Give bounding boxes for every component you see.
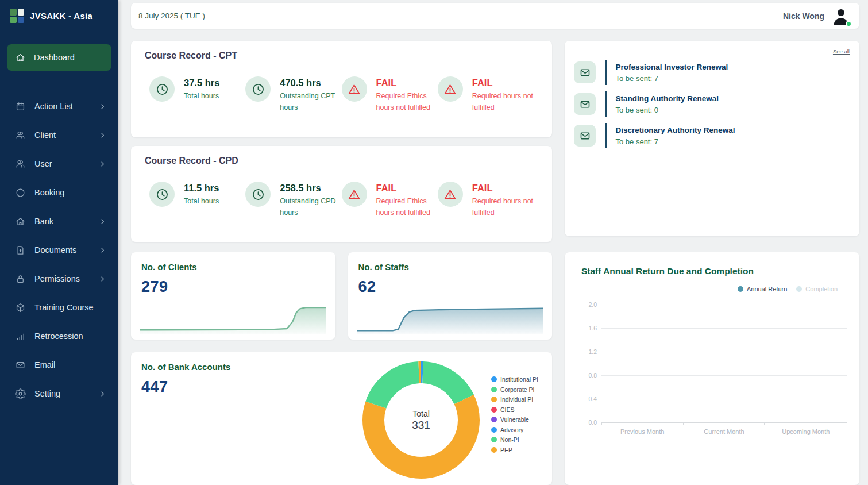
sidebar-item-training-course[interactable]: Training Course bbox=[0, 293, 118, 322]
gear-icon bbox=[15, 388, 26, 399]
clients-icon bbox=[15, 130, 26, 141]
legend-dot bbox=[491, 376, 497, 382]
stat-value: FAIL bbox=[472, 183, 534, 194]
sidebar-item-email[interactable]: Email bbox=[0, 351, 118, 379]
legend-item-advisory[interactable]: Advisory bbox=[491, 426, 538, 433]
sidebar-item-label: User bbox=[34, 159, 52, 168]
package-icon bbox=[15, 302, 26, 313]
stat-value: FAIL bbox=[376, 78, 438, 88]
right-column: See all Professional Investor RenewalTo … bbox=[565, 41, 859, 485]
sidebar-item-label: Action List bbox=[34, 102, 73, 111]
legend-dot bbox=[491, 447, 497, 453]
notification-professional-investor-renewal[interactable]: Professional Investor RenewalTo be sent:… bbox=[574, 60, 850, 85]
bar-chart-x-labels: Previous MonthCurrent MonthUpcoming Mont… bbox=[601, 422, 847, 435]
y-axis-tick: 0.8 bbox=[576, 372, 597, 379]
bar-chart-icon bbox=[15, 331, 26, 342]
sidebar-item-label: Dashboard bbox=[34, 53, 75, 62]
stat-fail-required-hours-not-fulfilled: FAILRequired hours not fulfilled bbox=[438, 76, 534, 113]
no-of-staffs-card: No. of Staffs 62 bbox=[348, 252, 553, 340]
card-title: Course Record - CPD bbox=[145, 156, 538, 166]
gridline bbox=[601, 352, 847, 352]
circle-icon bbox=[15, 187, 26, 198]
sidebar: JVSAKK - Asia Dashboard Action ListClien… bbox=[0, 0, 118, 485]
stat-badge bbox=[438, 76, 463, 102]
stat-value: 470.5 hrs bbox=[280, 78, 341, 88]
calendar-icon bbox=[15, 101, 26, 112]
chevron-right-icon bbox=[98, 217, 107, 226]
warning-icon bbox=[443, 187, 457, 202]
legend-item-vulnerable[interactable]: Vulnerable bbox=[491, 416, 538, 423]
chevron-right-icon bbox=[98, 131, 107, 140]
legend-label: CIES bbox=[500, 406, 515, 413]
gridline bbox=[601, 375, 847, 376]
notification-list: Professional Investor RenewalTo be sent:… bbox=[574, 60, 850, 148]
gridline bbox=[601, 305, 847, 305]
stat-label: Outstanding CPT hours bbox=[280, 90, 341, 113]
notification-discretionary-authority-renewal[interactable]: Discretionary Authority RenewalTo be sen… bbox=[574, 123, 850, 148]
sidebar-item-bank[interactable]: Bank bbox=[0, 207, 118, 236]
sidebar-item-label: Booking bbox=[34, 188, 64, 197]
card-title: Course Record - CPT bbox=[145, 51, 538, 61]
sidebar-item-label: Training Course bbox=[34, 303, 94, 312]
legend-item-corporate-pi[interactable]: Corporate PI bbox=[491, 386, 538, 393]
stat-label: Required Ethics hours not fulfilled bbox=[376, 90, 438, 113]
legend-item-pep[interactable]: PEP bbox=[491, 446, 538, 453]
legend-dot bbox=[491, 427, 497, 433]
legend-item-completion[interactable]: Completion bbox=[796, 286, 838, 292]
legend-item-non-pi[interactable]: Non-PI bbox=[491, 436, 538, 443]
notification-count: To be sent: 7 bbox=[616, 137, 735, 146]
sidebar-item-user[interactable]: User bbox=[0, 149, 118, 178]
user-menu[interactable]: Nick Wong bbox=[783, 6, 851, 26]
chevron-right-icon bbox=[98, 160, 107, 168]
y-axis-tick: 0.0 bbox=[576, 419, 597, 426]
notification-title: Standing Authority Renewal bbox=[616, 94, 719, 103]
avatar[interactable] bbox=[831, 6, 851, 26]
sidebar-item-action-list[interactable]: Action List bbox=[0, 92, 118, 121]
sidebar-item-documents[interactable]: Documents bbox=[0, 236, 118, 264]
sidebar-nav: Action ListClientUserBookingBankDocument… bbox=[0, 92, 118, 408]
lock-icon bbox=[15, 274, 26, 284]
notification-standing-authority-renewal[interactable]: Standing Authority RenewalTo be sent: 0 bbox=[574, 91, 850, 117]
stat-badge bbox=[342, 182, 367, 207]
clients-count: 279 bbox=[141, 278, 325, 296]
users-icon bbox=[15, 159, 26, 170]
sidebar-item-dashboard[interactable]: Dashboard bbox=[7, 44, 111, 71]
sidebar-item-client[interactable]: Client bbox=[0, 121, 118, 149]
no-of-clients-card: No. of Clients 279 bbox=[131, 252, 335, 340]
brand: JVSAKK - Asia bbox=[0, 0, 118, 30]
notification-title: Discretionary Authority Renewal bbox=[616, 126, 735, 134]
sidebar-item-setting[interactable]: Setting bbox=[0, 379, 118, 408]
stat-11-5-hrs-total-hours: 11.5 hrsTotal hours bbox=[149, 182, 245, 218]
legend-item-individual-pi[interactable]: Individual PI bbox=[491, 396, 538, 403]
legend-label: Vulnerable bbox=[500, 416, 529, 423]
legend-item-cies[interactable]: CIES bbox=[491, 406, 538, 413]
legend-dot bbox=[738, 286, 743, 292]
current-date: 8 July 2025 ( TUE ) bbox=[138, 11, 205, 20]
sidebar-item-booking[interactable]: Booking bbox=[0, 178, 118, 207]
y-axis-tick: 0.4 bbox=[576, 395, 597, 402]
x-axis-tick bbox=[764, 422, 765, 425]
stat-label: Outstanding CPD hours bbox=[280, 195, 341, 218]
legend-dot bbox=[491, 437, 497, 442]
legend-dot bbox=[796, 286, 802, 292]
clock-icon bbox=[155, 82, 169, 97]
gridline bbox=[601, 328, 847, 329]
mail-icon bbox=[15, 360, 26, 371]
legend-item-annual-return[interactable]: Annual Return bbox=[738, 286, 787, 292]
stat-value: 37.5 hrs bbox=[184, 78, 219, 88]
y-axis-tick: 1.2 bbox=[576, 348, 597, 355]
chevron-right-icon bbox=[98, 246, 107, 255]
sidebar-item-label: Client bbox=[34, 130, 56, 140]
stat-label: Total hours bbox=[184, 90, 219, 102]
sidebar-item-retrocession[interactable]: Retrocession bbox=[0, 322, 118, 351]
legend-item-institutional-pi[interactable]: Institutional PI bbox=[491, 376, 538, 383]
sidebar-item-permissions[interactable]: Permissions bbox=[0, 264, 118, 293]
legend-label: Annual Return bbox=[747, 286, 787, 292]
clock-icon bbox=[251, 187, 265, 202]
card-title: No. of Staffs bbox=[358, 262, 542, 272]
stat-label: Required Ethics hours not fulfilled bbox=[376, 195, 438, 218]
stat-badge bbox=[342, 76, 367, 102]
clock-icon bbox=[155, 187, 169, 202]
see-all-link[interactable]: See all bbox=[833, 48, 850, 55]
envelope-badge bbox=[574, 61, 596, 83]
